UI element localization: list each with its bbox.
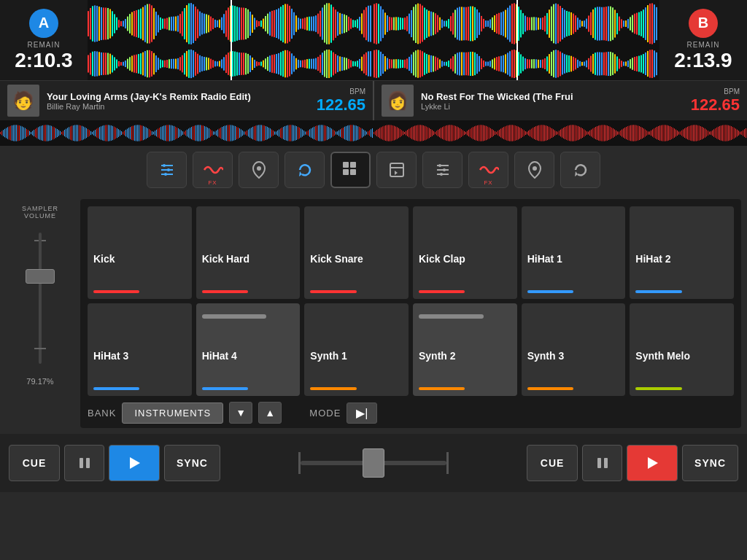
bpm-value-a: 122.65 (317, 96, 365, 114)
track-info-section: 🧑 Your Loving Arms (Jay-K's Remix Radio … (0, 80, 747, 120)
pause-button-a[interactable] (64, 445, 104, 481)
playhead-a (231, 0, 232, 80)
reload-button-a[interactable] (285, 152, 325, 188)
mini-waveform-b-canvas (374, 120, 747, 146)
eq-button-b[interactable] (422, 152, 462, 188)
library-button[interactable] (376, 152, 417, 188)
sample-cell-hihat-2[interactable]: HiHat 2 (630, 206, 734, 299)
svg-rect-23 (597, 458, 601, 468)
svg-rect-8 (350, 162, 356, 168)
fx-button-a[interactable]: FX (193, 152, 233, 188)
deck-b-info: B REMAIN 2:13.9 (659, 0, 747, 80)
fx-button-b[interactable]: FX (468, 152, 508, 188)
vol-percent: 79.17% (26, 377, 53, 386)
track-artist-b: Lykke Li (421, 102, 684, 111)
svg-rect-20 (80, 458, 83, 468)
track-title-a: Your Loving Arms (Jay-K's Remix Radio Ed… (47, 91, 309, 102)
svg-rect-7 (343, 162, 349, 168)
mini-waveform-a (0, 120, 374, 146)
bottom-controls: CUE SYNC CUE SYNC (0, 434, 747, 492)
sample-cell-synth-2[interactable]: Synth 2 (413, 303, 517, 396)
svg-point-19 (533, 166, 537, 171)
svg-rect-11 (390, 163, 403, 176)
deck-a-info: A REMAIN 2:10.3 (0, 0, 88, 80)
album-art-b: 👩 (382, 85, 414, 117)
pin-button-b[interactable] (514, 152, 554, 188)
waveform-section: A REMAIN 2:10.3 B REMAIN 2:13.9 (0, 0, 747, 80)
bpm-value-b: 122.65 (691, 96, 740, 114)
sample-cell-hihat-1[interactable]: HiHat 1 (522, 206, 626, 299)
sampler-grid-container: Kick Kick Hard Kick Snare Kick Clap HiHa… (80, 199, 741, 428)
sampler-controls: BANK INSTRUMENTS ▼ ▲ MODE ▶| (88, 402, 734, 424)
deck-b-remain: REMAIN (687, 41, 720, 49)
bpm-section-a: BPM 122.65 (317, 88, 365, 114)
play-button-a[interactable] (109, 445, 160, 481)
crossfader-section (225, 452, 522, 474)
sample-cell-kick[interactable]: Kick (88, 206, 192, 299)
cue-button-b[interactable]: CUE (527, 445, 578, 481)
vol-slider-track[interactable] (39, 233, 42, 364)
svg-point-5 (164, 173, 167, 176)
svg-point-4 (167, 168, 170, 171)
mode-label: MODE (309, 408, 341, 419)
deck-a-letter: A (29, 9, 58, 38)
arrow-down-button[interactable]: ▼ (229, 402, 252, 424)
track-details-a: Your Loving Arms (Jay-K's Remix Radio Ed… (47, 91, 309, 111)
svg-point-6 (257, 166, 261, 171)
svg-point-3 (163, 164, 166, 167)
bpm-label-b: BPM (691, 88, 740, 96)
sampler-vol-label: SAMPLERVOLUME (22, 205, 58, 219)
svg-point-18 (440, 173, 443, 176)
bpm-label-a: BPM (317, 88, 365, 96)
deck-a-remain: REMAIN (28, 41, 61, 49)
track-artist-a: Billie Ray Martin (47, 102, 309, 111)
svg-point-17 (443, 168, 446, 171)
track-info-b: 👩 No Rest For The Wicked (The Frui Lykke… (374, 81, 747, 120)
arrow-up-button[interactable]: ▲ (258, 402, 282, 424)
crossfader-track[interactable] (301, 461, 446, 465)
vol-slider-handle[interactable] (26, 269, 55, 284)
controls-bar: FX (0, 146, 747, 193)
svg-rect-9 (343, 169, 349, 175)
mini-waveform-a-canvas (0, 120, 374, 146)
track-details-b: No Rest For The Wicked (The Frui Lykke L… (421, 91, 684, 111)
bpm-section-b: BPM 122.65 (691, 88, 740, 114)
sample-cell-hihat-4[interactable]: HiHat 4 (196, 303, 301, 396)
pause-button-b[interactable] (582, 445, 622, 481)
cue-button-a[interactable]: CUE (9, 445, 60, 481)
track-title-b: No Rest For The Wicked (The Frui (421, 91, 684, 102)
deck-b-time: 2:13.9 (674, 49, 732, 72)
mode-button[interactable]: ▶| (347, 402, 377, 424)
sampler-grid: Kick Kick Hard Kick Snare Kick Clap HiHa… (88, 206, 734, 396)
svg-rect-24 (604, 458, 608, 468)
eq-button-a[interactable] (147, 152, 187, 188)
sample-cell-kick-clap[interactable]: Kick Clap (413, 206, 517, 299)
deck-a-time: 2:10.3 (15, 49, 72, 72)
pin-button-a[interactable] (239, 152, 279, 188)
sampler-volume-section: SAMPLERVOLUME 79.17% (0, 199, 80, 428)
reload-button-b[interactable] (560, 152, 600, 188)
mini-waveform-section (0, 120, 747, 146)
sample-cell-hihat-3[interactable]: HiHat 3 (88, 303, 192, 396)
crossfader-handle[interactable] (363, 448, 384, 478)
sample-cell-kick-hard[interactable]: Kick Hard (196, 206, 301, 299)
waveform-a (88, 0, 374, 80)
sync-button-b[interactable]: SYNC (682, 445, 738, 481)
svg-rect-10 (350, 169, 356, 175)
grid-button[interactable] (330, 152, 371, 188)
sample-cell-kick-snare[interactable]: Kick Snare (304, 206, 409, 299)
sampler-section: SAMPLERVOLUME 79.17% Kick Kick Hard Kick… (0, 193, 747, 434)
sample-cell-synth-1[interactable]: Synth 1 (304, 303, 409, 396)
sample-cell-synth-melo[interactable]: Synth Melo (630, 303, 734, 396)
album-art-a: 🧑 (7, 85, 39, 117)
instruments-button[interactable]: INSTRUMENTS (122, 402, 223, 424)
sync-button-a[interactable]: SYNC (164, 445, 220, 481)
svg-marker-22 (130, 457, 140, 469)
sample-cell-synth-3[interactable]: Synth 3 (522, 303, 626, 396)
vol-notch-bottom (34, 348, 46, 349)
cf-right-end (446, 452, 449, 474)
svg-point-16 (438, 164, 441, 167)
waveform-b (374, 0, 659, 80)
bank-label: BANK (88, 408, 116, 419)
play-button-b[interactable] (627, 445, 678, 481)
